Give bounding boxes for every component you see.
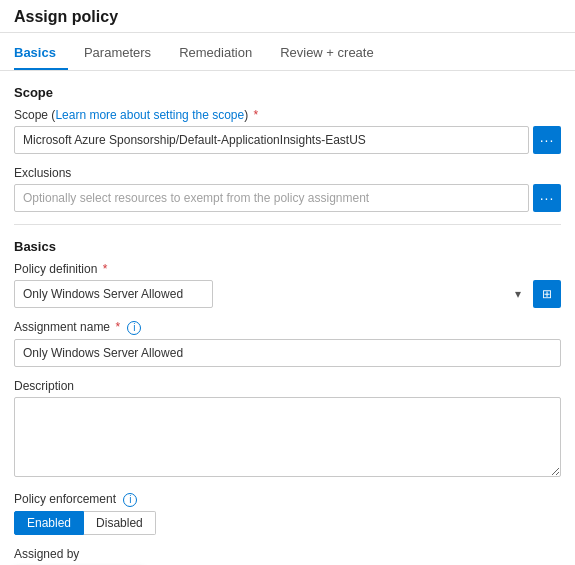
page-header: Assign policy — [0, 0, 575, 33]
scope-section-title: Scope — [14, 85, 561, 100]
tab-review-create[interactable]: Review + create — [280, 37, 386, 70]
scope-input[interactable] — [14, 126, 529, 154]
assignment-name-input[interactable] — [14, 339, 561, 367]
assignment-name-info-icon: i — [127, 321, 141, 335]
page-title: Assign policy — [14, 8, 561, 26]
divider-1 — [14, 224, 561, 225]
policy-definition-select-wrapper: Only Windows Server Allowed — [14, 280, 529, 308]
policy-enforcement-label: Policy enforcement i — [14, 492, 561, 507]
description-label: Description — [14, 379, 561, 393]
assigned-by-label: Assigned by — [14, 547, 561, 561]
exclusions-field-group: Exclusions ··· — [14, 166, 561, 212]
scope-input-row: ··· — [14, 126, 561, 154]
exclusions-browse-button[interactable]: ··· — [533, 184, 561, 212]
policy-definition-input-row: Only Windows Server Allowed ⊞ — [14, 280, 561, 308]
enforcement-disabled-button[interactable]: Disabled — [84, 511, 156, 535]
tab-parameters[interactable]: Parameters — [84, 37, 163, 70]
basics-section-title: Basics — [14, 239, 561, 254]
tab-remediation[interactable]: Remediation — [179, 37, 264, 70]
exclusions-input-row: ··· — [14, 184, 561, 212]
tabs-bar: Basics Parameters Remediation Review + c… — [0, 37, 575, 71]
scope-field-group: Scope (Learn more about setting the scop… — [14, 108, 561, 154]
description-input[interactable] — [14, 397, 561, 477]
scope-label: Scope (Learn more about setting the scop… — [14, 108, 561, 122]
exclusions-browse-icon: ··· — [540, 190, 555, 206]
policy-definition-field-group: Policy definition * Only Windows Server … — [14, 262, 561, 308]
description-field-group: Description — [14, 379, 561, 480]
enforcement-enabled-button[interactable]: Enabled — [14, 511, 84, 535]
exclusions-input[interactable] — [14, 184, 529, 212]
policy-definition-browse-icon: ⊞ — [542, 287, 552, 301]
assigned-by-field-group: Assigned by — [14, 547, 561, 565]
scope-browse-button[interactable]: ··· — [533, 126, 561, 154]
policy-definition-browse-button[interactable]: ⊞ — [533, 280, 561, 308]
assignment-name-label: Assignment name * i — [14, 320, 561, 335]
enforcement-toggle-group: Enabled Disabled — [14, 511, 561, 535]
policy-definition-label: Policy definition * — [14, 262, 561, 276]
tab-basics[interactable]: Basics — [14, 37, 68, 70]
assignment-name-input-row — [14, 339, 561, 367]
exclusions-label: Exclusions — [14, 166, 561, 180]
scope-browse-icon: ··· — [540, 132, 555, 148]
assignment-name-required: * — [115, 320, 120, 334]
policy-enforcement-info-icon: i — [123, 493, 137, 507]
assignment-name-field-group: Assignment name * i — [14, 320, 561, 367]
scope-required: * — [254, 108, 259, 122]
policy-enforcement-field-group: Policy enforcement i Enabled Disabled — [14, 492, 561, 535]
policy-definition-select[interactable]: Only Windows Server Allowed — [14, 280, 213, 308]
scope-learn-more-link[interactable]: Learn more about setting the scope — [55, 108, 244, 122]
content-area: Scope Scope (Learn more about setting th… — [0, 71, 575, 565]
policy-definition-required: * — [103, 262, 108, 276]
